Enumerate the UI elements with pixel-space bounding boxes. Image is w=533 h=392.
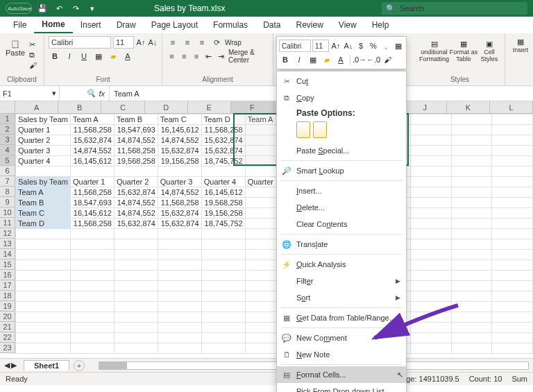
tab-page-layout[interactable]: Page Layout [144,17,205,33]
cell[interactable] [410,187,451,198]
cell[interactable] [16,260,71,271]
cell[interactable] [114,302,158,312]
increase-font-icon[interactable]: A↑ [136,36,146,49]
cell[interactable] [410,219,451,229]
mini-increase-font-icon[interactable]: A↑ [330,40,341,52]
cell[interactable] [201,250,245,260]
cell[interactable] [158,250,201,260]
cm-cut[interactable]: ✂Cut [277,73,406,90]
mini-percent-icon[interactable]: % [368,40,379,52]
cell[interactable] [451,271,492,281]
row-header-5[interactable]: 5 [0,155,15,166]
cell[interactable] [451,229,492,239]
cell[interactable]: 15,632,874 [114,219,158,229]
col-header-J[interactable]: J [404,101,447,114]
col-header-E[interactable]: E [188,101,231,114]
row-header-13[interactable]: 13 [0,239,15,249]
cell[interactable] [451,250,492,260]
cell[interactable]: Quarter 4 [16,156,71,167]
cell[interactable]: Sales by Team [16,114,71,125]
tab-draw[interactable]: Draw [109,17,144,33]
cell[interactable] [492,271,533,281]
bold-button[interactable]: B [49,50,61,62]
cell[interactable]: 14,874,552 [114,135,158,146]
cell[interactable] [451,156,492,167]
cell[interactable] [201,260,245,271]
cell[interactable] [492,135,533,146]
mini-size-combo[interactable] [312,40,329,52]
cell[interactable] [451,187,492,198]
cell[interactable]: 14,874,552 [114,208,158,219]
cell-styles-button[interactable]: ▣Cell Styles [478,37,500,73]
cell[interactable] [114,250,158,260]
cell[interactable]: Quarter 1 [70,177,114,187]
cell[interactable] [201,323,245,333]
row-header-6[interactable]: 6 [0,166,15,176]
cell[interactable] [114,229,158,239]
cell[interactable]: Team B [16,198,71,208]
qat-dropdown-icon[interactable]: ▾ [86,2,99,15]
sheet-tab-sheet1[interactable]: Sheet1 [24,360,69,370]
orientation-icon[interactable]: ⟳ [210,36,223,49]
cell[interactable] [410,114,451,125]
cell[interactable] [158,291,201,302]
cell[interactable]: 11,568,258 [158,198,201,208]
cell[interactable]: 15,632,874 [201,135,245,146]
cell[interactable] [158,343,201,354]
cell[interactable] [201,229,245,239]
cell[interactable]: Team D [201,114,245,125]
row-header-11[interactable]: 11 [0,218,15,228]
cell[interactable]: Team A [70,114,114,125]
save-icon[interactable]: 💾 [36,2,49,15]
cell[interactable] [158,260,201,271]
chevron-down-icon[interactable]: ▾ [52,89,56,98]
insert-cells-button[interactable]: ▦Insert [509,35,532,71]
cell[interactable] [451,177,492,187]
col-header-D[interactable]: D [145,101,188,114]
cm-paste-special[interactable]: Paste Special... [277,142,406,159]
cell[interactable] [16,229,71,239]
cell[interactable] [201,343,245,354]
cell[interactable] [158,333,201,343]
tab-view[interactable]: View [331,17,364,33]
cell[interactable] [201,271,245,281]
cell[interactable] [114,333,158,343]
sheet-prev-icon[interactable]: ◀ [4,361,10,370]
cell[interactable] [70,291,114,302]
cell[interactable]: 16,145,612 [70,156,114,167]
col-header-F[interactable]: F [231,101,274,114]
row-header-4[interactable]: 4 [0,145,15,155]
cm-translate[interactable]: 🌐Translate [277,236,406,253]
format-painter-icon[interactable]: 🖌 [29,61,37,69]
cell[interactable] [451,167,492,177]
conditional-formatting-button[interactable]: ▤onditional Formatting [419,37,449,73]
tab-home[interactable]: Home [34,17,72,33]
cell[interactable] [492,177,533,187]
cell[interactable]: Team C [158,114,201,125]
cell[interactable]: 15,632,874 [158,219,201,229]
cm-filter[interactable]: Filter▶ [277,273,406,289]
mini-dec-decimal-icon[interactable]: .0→ [353,53,366,66]
cell[interactable] [114,239,158,250]
cell[interactable] [114,312,158,323]
cell[interactable] [158,271,201,281]
mini-format-painter-icon[interactable]: 🖌 [381,53,394,66]
cell[interactable] [451,260,492,271]
cm-clear[interactable]: Clear Contents [277,216,406,232]
tab-help[interactable]: Help [364,17,397,33]
row-header-15[interactable]: 15 [0,259,15,270]
mini-border-icon[interactable]: ▦ [307,53,319,66]
cell[interactable] [410,260,451,271]
cell[interactable] [16,312,71,323]
merge-center-button[interactable]: Merge & Center [228,50,269,62]
cell[interactable] [451,135,492,146]
cell[interactable] [492,229,533,239]
cell[interactable]: 19,156,258 [158,156,201,167]
cell[interactable] [492,281,533,291]
cell[interactable] [410,281,451,291]
cell[interactable]: 15,632,874 [158,208,201,219]
align-middle-icon[interactable]: ≡ [181,36,194,49]
cell[interactable] [114,260,158,271]
cell[interactable]: 11,568,258 [201,125,245,135]
redo-icon[interactable]: ↷ [69,2,82,15]
